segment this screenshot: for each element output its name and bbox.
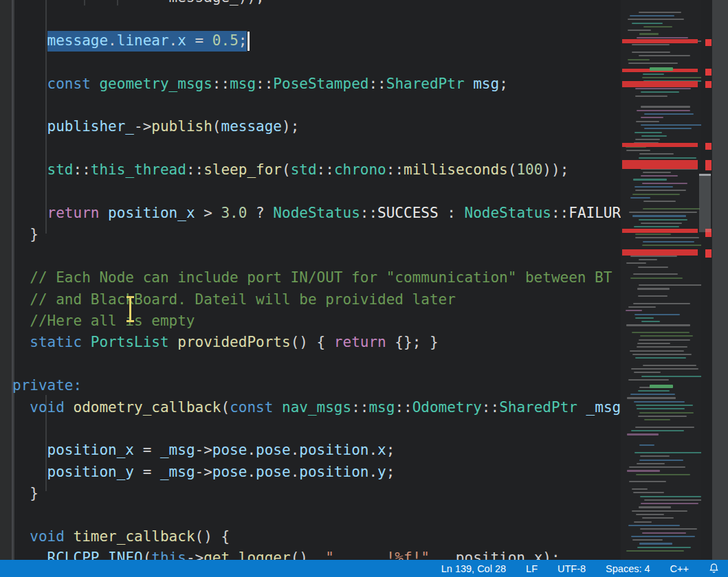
minimap-code-line [638, 416, 687, 417]
mouse-cursor-ibeam [124, 296, 135, 322]
minimap-code-line [635, 237, 699, 238]
code-line: std::this_thread::sleep_for(std::chrono:… [12, 159, 569, 181]
minimap-code-line [639, 157, 696, 159]
text-caret [247, 32, 250, 51]
minimap-code-line [628, 30, 651, 31]
minimap[interactable] [621, 0, 701, 560]
minimap-code-line [635, 88, 691, 89]
status-item-indentation[interactable]: Spaces: 4 [606, 563, 650, 574]
minimap-code-line [639, 339, 691, 341]
code-line: const geometry_msgs::msg::PoseStamped::S… [12, 73, 508, 95]
minimap-code-line [628, 525, 680, 526]
minimap-code-line [631, 368, 698, 370]
minimap-error-line [622, 81, 698, 87]
status-item-eol-sequence[interactable]: LF [526, 563, 538, 574]
minimap-code-line [633, 492, 664, 493]
minimap-code-line [639, 543, 673, 544]
code-line: message_)); [12, 0, 265, 8]
code-line: void timer_callback() { [12, 526, 230, 547]
minimap-section-mark [650, 385, 673, 388]
minimap-error-line [622, 249, 698, 256]
code-line: } [12, 224, 38, 245]
code-line: // and BlackBoard. Dateil will be proivi… [12, 289, 456, 310]
minimap-code-line [626, 310, 643, 311]
minimap-code-line [627, 470, 660, 471]
minimap-code-line [628, 59, 650, 60]
status-item-language-mode[interactable]: C++ [670, 563, 689, 574]
minimap-error-line [622, 229, 698, 233]
minimap-code-line [632, 354, 692, 355]
minimap-code-line [627, 433, 659, 435]
minimap-error-line [622, 160, 698, 169]
minimap-code-line [641, 175, 678, 177]
code-line: message.linear.x = 0.5; [12, 30, 247, 52]
minimap-code-line [635, 317, 654, 319]
minimap-code-line [643, 201, 676, 202]
minimap-code-line [644, 419, 670, 420]
minimap-code-line [630, 256, 677, 257]
minimap-code-line [635, 234, 672, 235]
minimap-code-line [642, 183, 688, 184]
minimap-code-line [637, 110, 690, 111]
minimap-code-line [632, 194, 681, 195]
minimap-code-line [626, 550, 684, 552]
minimap-code-line [641, 135, 667, 137]
code-line: RCLCPP_INFO(this->get_logger(), " !%f!" … [12, 547, 560, 560]
minimap-code-line [633, 179, 666, 180]
minimap-code-line [641, 124, 701, 126]
minimap-code-line [637, 288, 670, 289]
minimap-code-line [632, 539, 663, 541]
minimap-code-line [642, 532, 685, 534]
minimap-code-line [630, 197, 650, 199]
minimap-code-line [640, 455, 670, 457]
minimap-code-line [631, 536, 695, 537]
minimap-code-line [632, 23, 663, 24]
minimap-code-line [628, 306, 657, 308]
minimap-code-line [627, 397, 676, 398]
minimap-code-line [635, 186, 673, 188]
ruler-error-mark [705, 160, 712, 170]
minimap-code-line [641, 376, 701, 377]
minimap-code-line [633, 303, 690, 304]
minimap-code-line [639, 33, 659, 34]
minimap-code-line [635, 427, 694, 428]
minimap-code-line [632, 44, 670, 45]
code-line: position_x = _msg->pose.pose.position.x; [12, 440, 395, 461]
ruler-error-mark [705, 39, 712, 46]
minimap-code-line [637, 343, 670, 344]
minimap-section-mark [650, 67, 673, 71]
bell-icon[interactable] [709, 563, 719, 574]
minimap-code-line [634, 401, 685, 403]
minimap-code-line [641, 223, 682, 224]
minimap-code-line [637, 463, 665, 464]
minimap-code-line [629, 481, 666, 482]
gutter-strip [0, 0, 12, 560]
status-item-cursor-position[interactable]: Ln 139, Col 28 [441, 563, 506, 574]
minimap-code-line [639, 12, 682, 13]
minimap-code-line [635, 357, 685, 359]
minimap-code-line [635, 452, 701, 453]
minimap-code-line [639, 444, 654, 446]
minimap-code-line [635, 314, 681, 315]
minimap-code-line [636, 405, 693, 406]
minimap-code-line [644, 499, 701, 501]
minimap-error-line [622, 39, 698, 43]
minimap-code-line [635, 139, 660, 140]
minimap-code-line [642, 245, 701, 246]
scrollbar-thumb[interactable] [699, 174, 711, 232]
code-line: private: [12, 375, 82, 396]
minimap-code-line [634, 226, 679, 227]
minimap-code-line [629, 466, 685, 468]
minimap-code-line [636, 514, 664, 515]
status-item-encoding[interactable]: UTF-8 [558, 563, 586, 574]
minimap-code-line [639, 259, 657, 260]
minimap-code-line [638, 295, 667, 297]
vscode-window: message_)); message.linear.x = 0.5; cons… [0, 0, 728, 577]
ruler-error-mark [705, 81, 712, 88]
minimap-code-line [632, 332, 690, 333]
gutter-border [12, 0, 13, 560]
code-line: return position_x > 3.0 ? NodeStatus::SU… [12, 203, 621, 224]
minimap-code-line [639, 506, 671, 508]
code-line: static PortsList providedPorts() { retur… [12, 332, 439, 353]
code-editor[interactable]: message_)); message.linear.x = 0.5; cons… [0, 0, 621, 560]
